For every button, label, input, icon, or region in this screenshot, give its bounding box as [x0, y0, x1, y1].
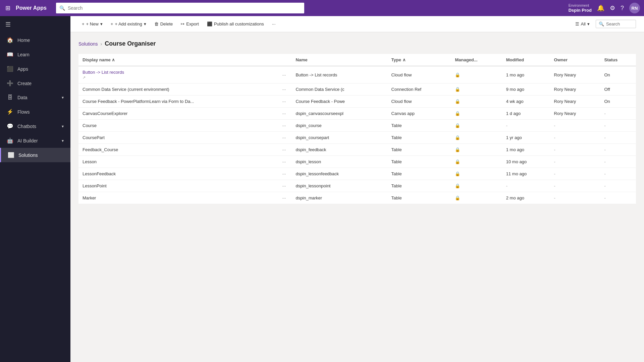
notifications-icon[interactable]: 🔔	[597, 4, 604, 12]
table-row: Lesson···dspin_lessonTable🔒10 mo ago--	[78, 156, 636, 168]
cell-type: Table	[387, 120, 451, 132]
cell-modified: -	[502, 120, 550, 132]
cell-managed: 🔒	[451, 108, 502, 120]
cell-name: Button -> List records	[291, 66, 387, 83]
export-icon: ↦	[181, 21, 184, 26]
sidebar-item-ai-builder[interactable]: 🤖 AI Builder ▾	[0, 133, 70, 148]
inline-search-box[interactable]: 🔍 Search	[596, 20, 636, 28]
cell-row-actions[interactable]: ···	[278, 180, 291, 192]
sidebar-item-flows[interactable]: ⚡ Flows	[0, 105, 70, 119]
sidebar-item-solutions[interactable]: ⬜ Solutions	[0, 148, 70, 162]
cell-owner: Rory Neary	[550, 96, 600, 108]
cell-owner: Rory Neary	[550, 66, 600, 83]
col-header-owner[interactable]: Owner	[550, 54, 600, 66]
topbar: ⊞ Power Apps 🔍 Environment Dspin Prod 🔔 …	[0, 0, 644, 16]
cell-status: -	[600, 108, 636, 120]
col-header-modified[interactable]: Modified	[502, 54, 550, 66]
cell-name: dspin_lessonpoint	[291, 180, 387, 192]
cell-display-name: Lesson	[78, 156, 278, 168]
sidebar-item-flows-label: Flows	[17, 109, 30, 115]
cell-row-actions[interactable]: ···	[278, 120, 291, 132]
user-avatar[interactable]: RN	[629, 3, 640, 13]
sidebar-item-create-label: Create	[17, 81, 32, 86]
filter-all-button[interactable]: ☰ All ▾	[572, 20, 593, 28]
export-button[interactable]: ↦ Export	[177, 19, 202, 28]
col-header-managed[interactable]: Managed...	[451, 54, 502, 66]
main-layout: ☰ 🏠 Home 📖 Learn ⬛ Apps ➕ Create 🗄 Data …	[0, 16, 644, 362]
table-row: Common Data Service (current environment…	[78, 83, 636, 96]
cell-row-actions[interactable]: ···	[278, 192, 291, 204]
cell-owner: -	[550, 132, 600, 144]
cell-modified: 1 yr ago	[502, 132, 550, 144]
cell-type: Cloud flow	[387, 66, 451, 83]
cell-owner: Rory Neary	[550, 83, 600, 96]
cell-modified: 1 mo ago	[502, 66, 550, 83]
global-search-input[interactable]	[68, 5, 301, 11]
cell-modified: -	[502, 180, 550, 192]
sidebar-item-chatbots[interactable]: 💬 Chatbots ▾	[0, 119, 70, 133]
waffle-menu-icon[interactable]: ⊞	[4, 3, 12, 13]
breadcrumb-parent-link[interactable]: Solutions	[78, 41, 98, 47]
sidebar-item-learn-label: Learn	[17, 52, 30, 57]
cell-row-actions[interactable]: ···	[278, 83, 291, 96]
col-header-type[interactable]: Type ∧	[387, 54, 451, 66]
col-header-name[interactable]: Name	[291, 54, 387, 66]
cell-type: Connection Ref	[387, 83, 451, 96]
cell-row-actions[interactable]: ···	[278, 132, 291, 144]
cell-row-actions[interactable]: ···	[278, 96, 291, 108]
cell-display-name: Marker	[78, 192, 278, 204]
cell-modified: 9 mo ago	[502, 83, 550, 96]
table-row: CoursePart···dspin_coursepartTable🔒1 yr …	[78, 132, 636, 144]
search-icon: 🔍	[59, 5, 65, 11]
data-chevron-icon: ▾	[62, 95, 64, 100]
publish-all-button[interactable]: ⬛ Publish all customizations	[204, 19, 267, 28]
cell-managed: 🔒	[451, 180, 502, 192]
col-header-display-name[interactable]: Display name ∧	[78, 54, 278, 66]
cell-owner: -	[550, 120, 600, 132]
cell-row-actions[interactable]: ···	[278, 168, 291, 180]
environment-selector[interactable]: Environment Dspin Prod	[569, 3, 592, 13]
create-icon: ➕	[7, 80, 13, 86]
learn-icon: 📖	[7, 51, 13, 58]
cell-status: -	[600, 156, 636, 168]
sidebar-item-chatbots-label: Chatbots	[17, 124, 36, 129]
cell-display-name: Course Feedback - PowerPlatformLearn via…	[78, 96, 278, 108]
cell-display-name: Feedback_Course	[78, 144, 278, 156]
cell-status: -	[600, 120, 636, 132]
sidebar-item-learn[interactable]: 📖 Learn	[0, 47, 70, 62]
sidebar-item-create[interactable]: ➕ Create	[0, 76, 70, 90]
cell-name: dspin_feedback	[291, 144, 387, 156]
display-name-link[interactable]: Button -> List records	[83, 70, 274, 75]
cell-display-name: CoursePart	[78, 132, 278, 144]
help-icon[interactable]: ?	[621, 5, 624, 12]
col-header-actions	[278, 54, 291, 66]
solutions-icon: ⬜	[8, 152, 14, 158]
add-existing-button[interactable]: + + Add existing ▾	[107, 19, 150, 28]
sidebar-item-apps[interactable]: ⬛ Apps	[0, 62, 70, 76]
apps-icon: ⬛	[7, 66, 13, 72]
cell-status: -	[600, 192, 636, 204]
col-header-status[interactable]: Status	[600, 54, 636, 66]
cell-row-actions[interactable]: ···	[278, 156, 291, 168]
table-row: Feedback_Course···dspin_feedbackTable🔒1 …	[78, 144, 636, 156]
sidebar: ☰ 🏠 Home 📖 Learn ⬛ Apps ➕ Create 🗄 Data …	[0, 16, 70, 362]
sidebar-item-data[interactable]: 🗄 Data ▾	[0, 90, 70, 105]
cell-row-actions[interactable]: ···	[278, 144, 291, 156]
settings-icon[interactable]: ⚙	[610, 4, 615, 12]
cell-display-name: Button -> List records ↗	[78, 66, 278, 83]
sidebar-toggle-button[interactable]: ☰	[0, 16, 70, 33]
delete-button[interactable]: 🗑 Delete	[151, 19, 176, 28]
cell-managed: 🔒	[451, 144, 502, 156]
cell-status: On	[600, 96, 636, 108]
filter-icon: ☰	[575, 21, 579, 26]
more-actions-button[interactable]: ···	[269, 19, 279, 28]
cell-owner: Rory Neary	[550, 108, 600, 120]
home-icon: 🏠	[7, 37, 13, 43]
global-search-box[interactable]: 🔍	[56, 3, 304, 13]
cell-managed: 🔒	[451, 168, 502, 180]
new-button[interactable]: + + New ▾	[78, 19, 106, 28]
sidebar-item-home[interactable]: 🏠 Home	[0, 33, 70, 47]
cell-row-actions[interactable]: ···	[278, 108, 291, 120]
cell-owner: -	[550, 192, 600, 204]
cell-row-actions[interactable]: ···	[278, 66, 291, 83]
